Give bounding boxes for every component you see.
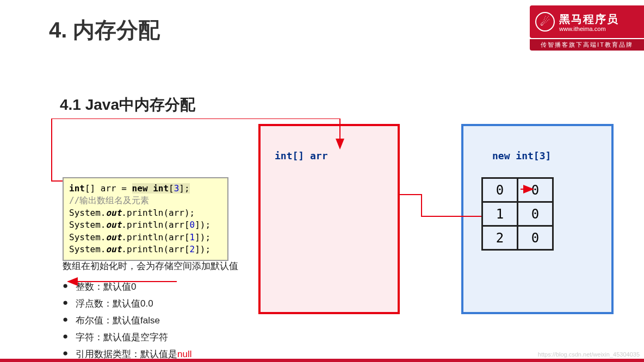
heap-label: new int[3]: [492, 150, 551, 161]
memory-diagram: int[] arr new int[3] 0 0 1 0 2 0 int[] a…: [46, 118, 611, 351]
brand-logo-icon: ☄: [535, 12, 555, 32]
brand-url: www.itheima.com: [559, 26, 619, 32]
description-text: 数组在初始化时，会为存储空间添加默认值: [63, 260, 238, 272]
table-row: 2 0: [482, 226, 553, 250]
heap-index-2: 2: [482, 226, 518, 250]
list-item: 浮点数：默认值0.0: [63, 297, 191, 310]
heap-index-0: 0: [482, 178, 518, 202]
stack-label: int[] arr: [275, 150, 328, 161]
footer-bar: [0, 359, 644, 362]
brand-badge: ☄ 黑马程序员 www.itheima.com: [530, 5, 644, 38]
list-item: 整数：默认值0: [63, 280, 191, 293]
heap-index-1: 1: [482, 202, 518, 226]
table-row: 1 0: [482, 202, 553, 226]
section-title: 4.1 Java中内存分配: [60, 95, 195, 115]
table-row: 0 0: [482, 178, 553, 202]
brand-title: 黑马程序员: [559, 12, 619, 27]
list-item: 字符：默认值是空字符: [63, 331, 191, 344]
default-values-list: 整数：默认值0 浮点数：默认值0.0 布尔值：默认值false 字符：默认值是空…: [63, 276, 191, 362]
list-item: 布尔值：默认值false: [63, 314, 191, 327]
heap-value-1: 0: [518, 202, 553, 226]
heap-array-table: 0 0 1 0 2 0: [481, 177, 554, 251]
brand-subtitle: 传智播客旗下高端IT教育品牌: [530, 39, 644, 51]
heap-value-0: 0: [518, 178, 553, 202]
watermark: https://blog.csdn.net/weixin_45304035: [538, 351, 640, 358]
slide-title: 4. 内存分配: [49, 15, 160, 45]
code-snippet: int[] arr = new int[3]; //输出数组名及元素 Syste…: [63, 177, 228, 261]
heap-value-2: 0: [518, 226, 553, 250]
